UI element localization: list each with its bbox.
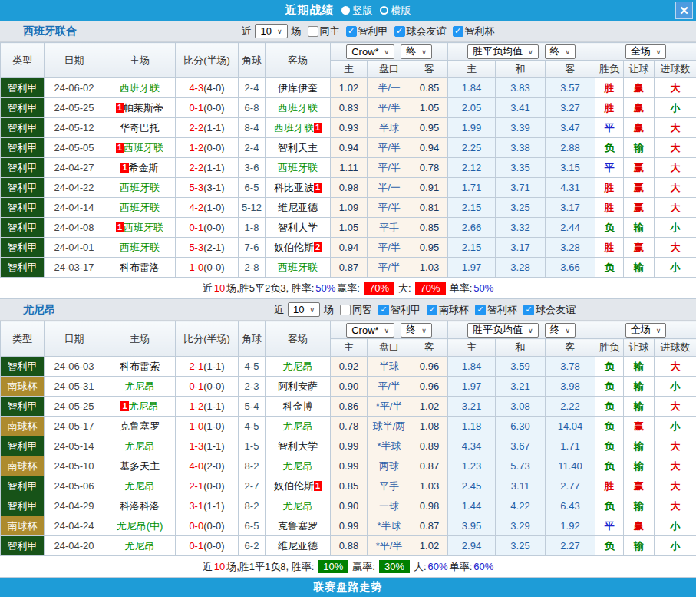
corner-cell: 1-5 xyxy=(239,436,266,456)
away-odds: 0.81 xyxy=(411,198,448,218)
bookmaker-select[interactable]: Crow*∨ xyxy=(346,44,394,59)
close-button[interactable]: ✕ xyxy=(675,2,693,19)
result-wdl: 胜 xyxy=(595,476,624,496)
away-team-cell: 克鲁塞罗 xyxy=(266,516,331,536)
avg-home-odds: 2.12 xyxy=(448,158,496,178)
score-cell: 1-0(0-0) xyxy=(176,258,239,278)
subcol-goals: 进球数 xyxy=(655,61,696,78)
score-cell: 4-0(2-0) xyxy=(176,456,239,476)
fulltime-score: 1-0 xyxy=(189,420,203,432)
result-wdl: 负 xyxy=(595,357,624,377)
league-trend-button[interactable]: 联赛盘路走势 xyxy=(0,578,696,597)
match-date: 24-04-08 xyxy=(45,218,104,238)
filter-checkbox-5[interactable]: ✓球会友谊 xyxy=(523,303,576,317)
score-cell: 0-1(0-0) xyxy=(176,218,239,238)
match-count-select[interactable]: 10∨ xyxy=(255,24,287,38)
away-team-cell: 智利天主 xyxy=(266,138,331,158)
team-name: 尤尼昂 xyxy=(125,380,155,392)
odds-stage-select[interactable]: 终∨ xyxy=(401,44,432,59)
avg-stage-select[interactable]: 终∨ xyxy=(545,323,576,338)
fulltime-score: 1-0 xyxy=(189,262,203,273)
avg-stage-select[interactable]: 终∨ xyxy=(545,44,576,59)
chevron-down-icon: ∨ xyxy=(421,48,427,56)
filter-checkbox-2[interactable]: ✓智利甲 xyxy=(346,25,388,38)
chevron-down-icon: ∨ xyxy=(656,327,661,334)
score-cell: 1-2(0-0) xyxy=(176,138,239,158)
summary-segment: 近 xyxy=(203,560,213,574)
section-header-union-espanola: 西班牙联合 近10∨场同主✓智利甲✓球会友谊✓智利杯 xyxy=(0,21,696,42)
avg-type-select[interactable]: 胜平负均值∨ xyxy=(467,323,539,338)
chevron-down-icon: ∨ xyxy=(277,28,282,35)
col-header-corner: 角球 xyxy=(239,43,266,78)
result-handicap: 输 xyxy=(624,397,655,417)
summary-line-2: 近10场,胜1平1负8, 胜率:10%赢率:30%大:60%单率:60% xyxy=(0,556,696,578)
avg-home-odds: 2.05 xyxy=(448,98,496,118)
avg-home-odds: 1.97 xyxy=(448,258,496,278)
filter-checkbox-3[interactable]: ✓球会友谊 xyxy=(394,25,447,38)
avg-home-odds: 1.18 xyxy=(448,417,496,436)
filter-checkbox-3[interactable]: ✓南球杯 xyxy=(427,303,469,317)
halftime-score: (1-1) xyxy=(203,400,224,412)
avg-draw-odds: 3.25 xyxy=(496,198,546,218)
avg-away-odds: 4.31 xyxy=(546,178,595,198)
team-name: 智利大学 xyxy=(278,440,318,452)
table-row: 智利甲24-04-01西班牙联5-3(2-1)7-6奴伯伦斯20.94平/半0.… xyxy=(1,238,696,258)
chevron-down-icon: ∨ xyxy=(528,48,533,56)
table-row: 智利甲24-05-251尤尼昂1-2(1-1)5-4科金博0.86*平/半1.0… xyxy=(1,397,696,417)
odds-stage-select[interactable]: 终∨ xyxy=(401,323,432,338)
filter-checkbox-2[interactable]: ✓智利甲 xyxy=(378,303,421,317)
team-name: 西班牙联 xyxy=(120,82,160,94)
score-cell: 4-2(1-0) xyxy=(176,198,239,218)
league-cell: 智利甲 xyxy=(1,476,45,496)
summary-segment: 50% xyxy=(315,282,335,294)
score-cell: 2-1(0-0) xyxy=(176,476,239,496)
league-cell: 智利甲 xyxy=(1,198,45,218)
home-odds: 0.99 xyxy=(331,456,368,476)
match-count-select[interactable]: 10∨ xyxy=(288,302,320,317)
match-date: 24-05-31 xyxy=(45,377,104,397)
result-group-header: 全场∨ xyxy=(595,321,696,339)
fulltime-select[interactable]: 全场∨ xyxy=(625,323,667,338)
fulltime-score: 4-0 xyxy=(189,460,203,472)
avg-draw-odds: 3.83 xyxy=(496,78,546,98)
layout-radio-horizontal[interactable]: 横版 xyxy=(380,4,411,18)
team-name: 奴伯伦斯 xyxy=(274,242,314,253)
avg-type-select[interactable]: 胜平负均值∨ xyxy=(467,44,539,59)
summary-segment: 70% xyxy=(364,282,394,295)
halftime-score: (0-0) xyxy=(203,222,224,233)
league-cell: 智利甲 xyxy=(1,496,45,516)
filter-checkbox-4[interactable]: ✓智利杯 xyxy=(475,303,517,317)
score-cell: 2-1(1-1) xyxy=(176,357,239,377)
score-cell: 2-2(1-1) xyxy=(176,158,239,178)
filter-checkbox-1[interactable]: 同主 xyxy=(308,25,340,38)
result-wdl: 负 xyxy=(595,417,624,436)
result-goals: 大 xyxy=(655,456,696,476)
handicap-line: 平/半 xyxy=(368,238,411,258)
layout-radio-vertical[interactable]: 竖版 xyxy=(341,4,373,18)
home-odds: 0.86 xyxy=(331,397,368,417)
avg-home-odds: 1.44 xyxy=(448,496,496,516)
match-date: 24-05-25 xyxy=(45,397,104,417)
avg-draw-odds: 3.35 xyxy=(496,158,546,178)
result-wdl: 负 xyxy=(595,377,624,397)
team-name: 科比亚波 xyxy=(274,182,314,193)
league-cell: 智利甲 xyxy=(1,436,45,456)
away-team-cell: 伊库伊奎 xyxy=(266,78,331,98)
match-count-value: 10 xyxy=(260,25,271,37)
team-name: 维尼亚德 xyxy=(278,202,318,213)
result-handicap: 输 xyxy=(624,218,655,238)
filter-checkbox-1[interactable]: 同客 xyxy=(340,303,372,317)
avg-draw-odds: 3.25 xyxy=(496,536,546,556)
team-name: 西班牙联 xyxy=(124,222,163,233)
halftime-score: (1-1) xyxy=(203,500,224,512)
filter-checkbox-4[interactable]: ✓智利杯 xyxy=(453,25,495,38)
fulltime-select-value: 全场 xyxy=(631,44,651,58)
fulltime-select[interactable]: 全场∨ xyxy=(625,44,667,59)
league-cell: 智利甲 xyxy=(1,357,45,377)
bookmaker-select[interactable]: Crow*∨ xyxy=(346,323,394,338)
chevron-down-icon: ∨ xyxy=(566,327,571,334)
corner-cell: 1-8 xyxy=(239,218,266,238)
away-odds: 1.02 xyxy=(411,536,448,556)
away-odds: 0.95 xyxy=(411,238,448,258)
result-goals: 大 xyxy=(655,238,696,258)
